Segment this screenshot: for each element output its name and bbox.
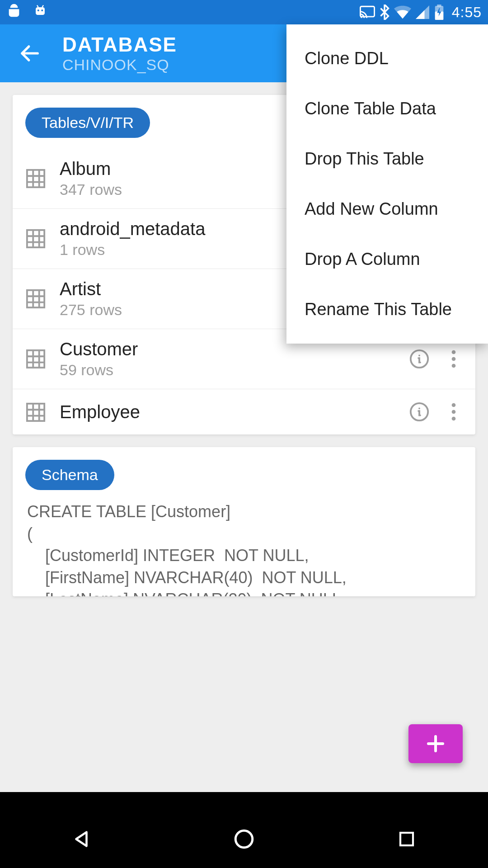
nav-home[interactable] (226, 821, 262, 857)
schema-card: Schema CREATE TABLE [Customer] ( [Custom… (13, 447, 475, 596)
context-menu: Clone DDL Clone Table Data Drop This Tab… (286, 24, 488, 344)
more-button[interactable] (441, 346, 466, 372)
nav-bar (0, 810, 488, 868)
table-icon (25, 228, 46, 249)
svg-rect-10 (27, 350, 44, 368)
schema-text: CREATE TABLE [Customer] ( [CustomerId] I… (13, 501, 475, 596)
bluetooth-icon (380, 5, 389, 20)
svg-point-18 (452, 410, 456, 414)
menu-drop-table[interactable]: Drop This Table (286, 134, 488, 184)
info-button[interactable] (407, 346, 432, 372)
info-button[interactable] (407, 399, 432, 425)
svg-rect-8 (27, 230, 44, 247)
svg-point-13 (452, 357, 456, 361)
svg-point-1 (38, 9, 39, 11)
table-row[interactable]: Employee (13, 389, 475, 434)
table-icon (25, 402, 46, 423)
menu-rename-table[interactable]: Rename This Table (286, 284, 488, 335)
nav-back[interactable] (63, 821, 99, 857)
svg-rect-9 (27, 290, 44, 307)
more-button[interactable] (441, 399, 466, 425)
battery-charging-icon (434, 5, 445, 20)
nav-recent[interactable] (389, 821, 425, 857)
svg-rect-15 (27, 404, 44, 421)
svg-point-14 (452, 364, 456, 368)
status-time: 4:55 (452, 4, 482, 21)
svg-rect-6 (437, 5, 441, 7)
table-rowcount: 59 rows (60, 361, 398, 379)
schema-pill[interactable]: Schema (25, 460, 114, 490)
menu-clone-ddl[interactable]: Clone DDL (286, 33, 488, 84)
tables-pill[interactable]: Tables/V/I/TR (25, 108, 150, 138)
svg-point-2 (41, 9, 43, 11)
svg-point-12 (452, 350, 456, 354)
back-button[interactable] (14, 37, 46, 70)
menu-drop-column[interactable]: Drop A Column (286, 234, 488, 284)
svg-rect-7 (27, 170, 44, 187)
android-head-icon (33, 3, 48, 22)
table-name: Employee (60, 402, 398, 422)
table-icon (25, 288, 46, 309)
menu-add-column[interactable]: Add New Column (286, 184, 488, 234)
fab-add[interactable] (408, 724, 463, 763)
page-subtitle: CHINOOK_SQ (62, 56, 177, 74)
svg-rect-21 (400, 833, 413, 845)
svg-point-19 (452, 417, 456, 421)
table-icon (25, 349, 46, 369)
svg-rect-0 (36, 7, 45, 15)
svg-point-17 (452, 403, 456, 407)
menu-clone-table-data[interactable]: Clone Table Data (286, 84, 488, 134)
cast-icon (360, 5, 375, 19)
wifi-icon (394, 5, 411, 19)
status-bar: 4:55 (0, 0, 488, 24)
android-debug-icon (6, 3, 22, 22)
signal-icon (416, 5, 429, 19)
table-icon (25, 168, 46, 189)
svg-point-20 (235, 830, 253, 848)
page-title: DATABASE (62, 33, 177, 56)
